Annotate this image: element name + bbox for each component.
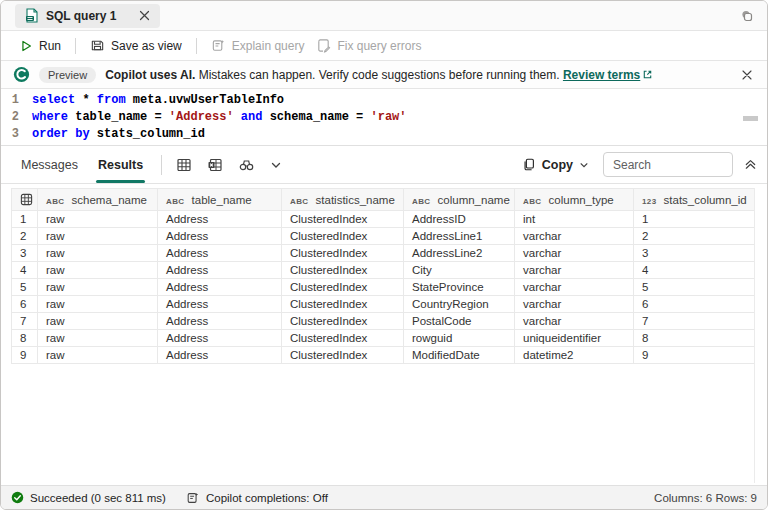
cell[interactable]: ClusteredIndex [282, 245, 404, 262]
banner-close-icon[interactable] [739, 67, 755, 83]
inspect-binoculars-icon[interactable] [238, 157, 255, 173]
cell[interactable]: AddressLine2 [404, 245, 515, 262]
cell[interactable]: raw [38, 245, 158, 262]
cell[interactable]: ModifiedDate [404, 347, 515, 364]
cell[interactable]: raw [38, 313, 158, 330]
cell[interactable]: 8 [634, 330, 755, 347]
tab-results[interactable]: Results [88, 146, 153, 183]
table-row[interactable]: 5rawAddressClusteredIndexStateProvinceva… [12, 279, 755, 296]
copilot-completions-toggle[interactable]: Copilot completions: Off [186, 491, 328, 505]
editor-scrollbar[interactable] [743, 116, 758, 121]
cell[interactable]: Address [158, 330, 282, 347]
fix-query-errors-button[interactable]: Fix query errors [310, 35, 427, 57]
view-as-grid-icon[interactable] [176, 157, 192, 173]
tab-messages[interactable]: Messages [11, 146, 88, 183]
results-scrollbar-gutter[interactable] [754, 188, 755, 483]
cell[interactable]: varchar [515, 313, 634, 330]
cell[interactable]: 9 [634, 347, 755, 364]
cell[interactable]: varchar [515, 245, 634, 262]
code-line[interactable]: 3order by stats_column_id [1, 126, 767, 143]
table-row[interactable]: 2rawAddressClusteredIndexAddressLine1var… [12, 228, 755, 245]
column-header-stats_column_id[interactable]: 123stats_column_id [634, 189, 755, 211]
cell[interactable]: Address [158, 296, 282, 313]
row-number-cell[interactable]: 9 [12, 347, 38, 364]
cell[interactable]: CountryRegion [404, 296, 515, 313]
cell[interactable]: Address [158, 228, 282, 245]
cell[interactable]: raw [38, 279, 158, 296]
table-row[interactable]: 7rawAddressClusteredIndexPostalCodevarch… [12, 313, 755, 330]
cell[interactable]: datetime2 [515, 347, 634, 364]
cell[interactable]: uniqueidentifier [515, 330, 634, 347]
cell[interactable]: raw [38, 262, 158, 279]
cell[interactable]: varchar [515, 228, 634, 245]
explain-query-button[interactable]: Explain query [205, 35, 311, 57]
cell[interactable]: varchar [515, 296, 634, 313]
cell[interactable]: ClusteredIndex [282, 347, 404, 364]
table-row[interactable]: 1rawAddressClusteredIndexAddressIDint1 [12, 211, 755, 228]
cell[interactable]: 1 [634, 211, 755, 228]
cell[interactable]: ClusteredIndex [282, 228, 404, 245]
cell[interactable]: Address [158, 262, 282, 279]
duplicate-window-icon[interactable] [739, 8, 755, 24]
table-row[interactable]: 9rawAddressClusteredIndexModifiedDatedat… [12, 347, 755, 364]
cell[interactable]: int [515, 211, 634, 228]
cell[interactable]: ClusteredIndex [282, 330, 404, 347]
cell[interactable]: ClusteredIndex [282, 313, 404, 330]
tab-sql-query-1[interactable]: SQL query 1 [15, 4, 160, 28]
cell[interactable]: rowguid [404, 330, 515, 347]
save-as-view-button[interactable]: Save as view [84, 35, 188, 57]
tab-close-icon[interactable] [139, 10, 150, 21]
cell[interactable]: raw [38, 330, 158, 347]
column-header-statistics_name[interactable]: ABCstatistics_name [282, 189, 404, 211]
cell[interactable]: Address [158, 313, 282, 330]
column-header-column_type[interactable]: ABCcolumn_type [515, 189, 634, 211]
cell[interactable]: AddressID [404, 211, 515, 228]
table-row[interactable]: 8rawAddressClusteredIndexrowguiduniqueid… [12, 330, 755, 347]
cell[interactable]: Address [158, 347, 282, 364]
cell[interactable]: raw [38, 228, 158, 245]
review-terms-link[interactable]: Review terms [563, 68, 653, 82]
cell[interactable]: ClusteredIndex [282, 262, 404, 279]
chevron-down-icon[interactable] [270, 159, 282, 171]
select-all-corner-cell[interactable] [12, 189, 38, 211]
column-header-schema_name[interactable]: ABCschema_name [38, 189, 158, 211]
cell[interactable]: 3 [634, 245, 755, 262]
row-number-cell[interactable]: 7 [12, 313, 38, 330]
row-number-cell[interactable]: 8 [12, 330, 38, 347]
column-header-table_name[interactable]: ABCtable_name [158, 189, 282, 211]
row-number-cell[interactable]: 2 [12, 228, 38, 245]
cell[interactable]: 5 [634, 279, 755, 296]
cell[interactable]: ClusteredIndex [282, 279, 404, 296]
cell[interactable]: 6 [634, 296, 755, 313]
cell[interactable]: 4 [634, 262, 755, 279]
collapse-panel-icon[interactable] [744, 158, 757, 171]
cell[interactable]: AddressLine1 [404, 228, 515, 245]
sql-editor[interactable]: 1select * from meta.uvwUserTableInfo2whe… [1, 89, 767, 145]
cell[interactable]: City [404, 262, 515, 279]
search-input[interactable] [603, 152, 733, 177]
table-row[interactable]: 4rawAddressClusteredIndexCityvarchar4 [12, 262, 755, 279]
column-header-column_name[interactable]: ABCcolumn_name [404, 189, 515, 211]
cell[interactable]: StateProvince [404, 279, 515, 296]
cell[interactable]: Address [158, 211, 282, 228]
cell[interactable]: ClusteredIndex [282, 211, 404, 228]
cell[interactable]: raw [38, 347, 158, 364]
cell[interactable]: varchar [515, 279, 634, 296]
cell[interactable]: 7 [634, 313, 755, 330]
code-line[interactable]: 2where table_name = 'Address' and schema… [1, 109, 767, 126]
cell[interactable]: Address [158, 245, 282, 262]
row-number-cell[interactable]: 1 [12, 211, 38, 228]
table-row[interactable]: 3rawAddressClusteredIndexAddressLine2var… [12, 245, 755, 262]
copy-button[interactable]: Copy [522, 157, 589, 172]
cell[interactable]: varchar [515, 262, 634, 279]
code-line[interactable]: 1select * from meta.uvwUserTableInfo [1, 92, 767, 109]
run-button[interactable]: Run [13, 35, 67, 57]
cell[interactable]: raw [38, 211, 158, 228]
cell[interactable]: raw [38, 296, 158, 313]
open-in-excel-icon[interactable] [207, 157, 223, 173]
row-number-cell[interactable]: 3 [12, 245, 38, 262]
table-row[interactable]: 6rawAddressClusteredIndexCountryRegionva… [12, 296, 755, 313]
row-number-cell[interactable]: 4 [12, 262, 38, 279]
row-number-cell[interactable]: 6 [12, 296, 38, 313]
cell[interactable]: ClusteredIndex [282, 296, 404, 313]
